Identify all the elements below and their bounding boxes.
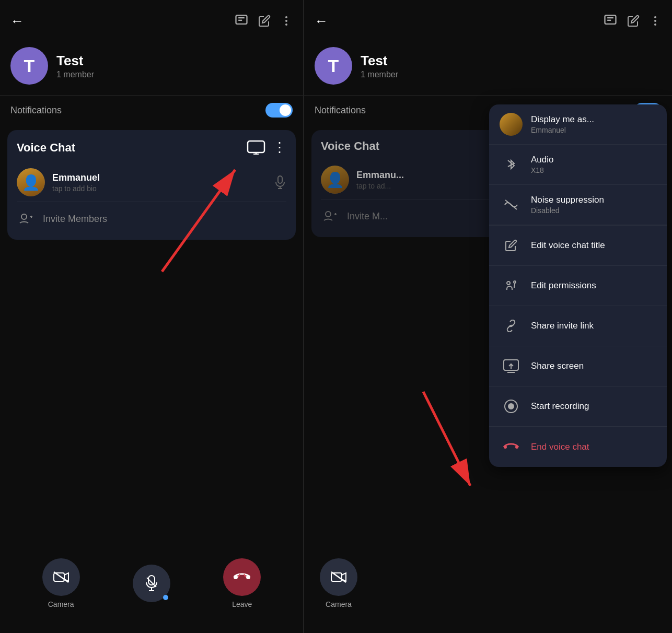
menu-item-audio-text: Audio X18 — [531, 155, 553, 174]
left-member-name: Emmanuel — [52, 172, 274, 183]
left-voice-chat-header: Voice Chat ⋮ — [17, 139, 286, 156]
menu-item-permissions[interactable]: Edit permissions — [489, 266, 667, 306]
left-group-members: 1 member — [56, 70, 94, 79]
left-back-button[interactable]: ← — [10, 13, 24, 29]
svg-point-45 — [508, 404, 514, 409]
menu-item-invite-link-label: Share invite link — [531, 321, 594, 331]
menu-item-record-text: Start recording — [531, 401, 589, 412]
menu-item-share-screen-text: Share screen — [531, 361, 584, 371]
left-leave-wrap: Leave — [223, 558, 261, 608]
svg-line-38 — [505, 200, 517, 209]
right-camera-wrap: Camera — [320, 558, 357, 608]
right-chat-icon[interactable] — [603, 14, 618, 28]
right-group-header: T Test 1 member — [304, 42, 672, 95]
record-icon — [500, 395, 523, 418]
bluetooth-icon — [500, 153, 523, 176]
svg-rect-36 — [331, 573, 342, 581]
end-call-icon — [500, 436, 523, 459]
left-mic-wrap — [133, 565, 170, 602]
left-more-button[interactable]: ⋮ — [273, 139, 286, 156]
left-voice-chat-title: Voice Chat — [17, 141, 75, 155]
left-leave-label: Leave — [232, 600, 252, 608]
svg-marker-37 — [342, 573, 346, 581]
left-bottom-controls: Camera — [0, 549, 303, 633]
right-camera-label: Camera — [326, 600, 352, 608]
noise-suppression-icon — [500, 193, 523, 216]
menu-item-audio[interactable]: Audio X18 — [489, 145, 667, 185]
edit-icon[interactable] — [258, 15, 271, 27]
menu-item-invite-link[interactable]: Share invite link — [489, 306, 667, 346]
context-menu: Display me as... Emmanuel Audio X18 — [489, 104, 667, 467]
left-mic-icon — [274, 175, 286, 190]
left-member-bio: tap to add bio — [52, 184, 274, 193]
right-notifications-label: Notifications — [315, 105, 366, 116]
right-group-members: 1 member — [361, 70, 398, 79]
svg-point-4 — [285, 20, 287, 22]
menu-item-noise-subtitle: Disabled — [531, 206, 604, 215]
left-panel: ← T Test 1 m — [0, 0, 303, 633]
right-member-avatar — [321, 166, 349, 194]
right-group-avatar: T — [315, 47, 352, 85]
menu-item-display-subtitle: Emmanuel — [531, 126, 594, 134]
menu-item-invite-link-text: Share invite link — [531, 321, 594, 331]
menu-item-display-avatar — [500, 113, 523, 136]
menu-item-noise-text: Noise suppression Disabled — [531, 195, 604, 215]
left-member-avatar — [17, 168, 45, 196]
svg-point-40 — [514, 281, 516, 283]
menu-item-end[interactable]: End voice chat — [489, 427, 667, 467]
menu-item-permissions-text: Edit permissions — [531, 280, 596, 291]
left-invite-row[interactable]: Invite Members — [17, 202, 286, 230]
left-top-bar: ← — [0, 0, 303, 42]
left-camera-button[interactable] — [42, 558, 80, 596]
svg-point-23 — [246, 575, 250, 579]
svg-point-12 — [21, 214, 27, 219]
right-top-bar: ← — [304, 0, 672, 42]
left-member-info: Emmanuel tap to add bio — [52, 172, 274, 193]
left-invite-icon — [17, 209, 36, 228]
menu-item-display[interactable]: Display me as... Emmanuel — [489, 104, 667, 145]
menu-item-display-text: Display me as... Emmanuel — [531, 114, 594, 134]
menu-item-display-title: Display me as... — [531, 114, 594, 125]
left-member-row: Emmanuel tap to add bio — [17, 163, 286, 202]
left-leave-button[interactable] — [223, 558, 261, 596]
right-bottom-controls: Camera — [304, 549, 672, 633]
left-camera-wrap: Camera — [42, 558, 80, 608]
svg-point-3 — [285, 16, 287, 18]
svg-point-46 — [504, 446, 507, 449]
menu-item-noise-title: Noise suppression — [531, 195, 604, 205]
left-voice-chat-actions: ⋮ — [247, 139, 286, 156]
left-notifications-bar: Notifications — [0, 95, 303, 125]
left-screen-share-icon[interactable] — [247, 140, 265, 156]
right-edit-icon[interactable] — [627, 15, 640, 27]
menu-item-edit-title-text: Edit voice chat title — [531, 240, 605, 251]
left-group-header: T Test 1 member — [0, 42, 303, 95]
svg-point-31 — [654, 24, 656, 26]
menu-item-end-label: End voice chat — [531, 442, 589, 452]
menu-item-audio-subtitle: X18 — [531, 166, 553, 174]
svg-marker-17 — [64, 573, 68, 581]
right-invite-icon — [321, 207, 340, 226]
menu-item-share-screen[interactable]: Share screen — [489, 346, 667, 386]
menu-item-record-label: Start recording — [531, 401, 589, 412]
right-more-icon[interactable] — [649, 15, 662, 27]
menu-item-edit-title[interactable]: Edit voice chat title — [489, 226, 667, 266]
svg-point-32 — [326, 212, 331, 217]
edit-title-icon — [500, 234, 523, 257]
right-back-button[interactable]: ← — [315, 13, 328, 29]
right-camera-button[interactable] — [320, 558, 357, 596]
svg-point-5 — [285, 24, 287, 26]
left-camera-label: Camera — [48, 600, 74, 608]
more-icon[interactable] — [280, 15, 293, 27]
menu-item-record[interactable]: Start recording — [489, 386, 667, 427]
svg-rect-7 — [253, 154, 259, 155]
chat-icon[interactable] — [234, 14, 249, 28]
left-mic-button[interactable] — [133, 565, 170, 602]
svg-point-47 — [515, 446, 518, 449]
right-top-icons — [603, 14, 662, 28]
menu-item-edit-title-label: Edit voice chat title — [531, 240, 605, 251]
left-notifications-toggle[interactable] — [265, 103, 293, 118]
menu-item-share-screen-label: Share screen — [531, 361, 584, 371]
menu-item-noise[interactable]: Noise suppression Disabled — [489, 185, 667, 225]
share-screen-icon — [500, 355, 523, 378]
left-group-info: Test 1 member — [56, 53, 94, 79]
